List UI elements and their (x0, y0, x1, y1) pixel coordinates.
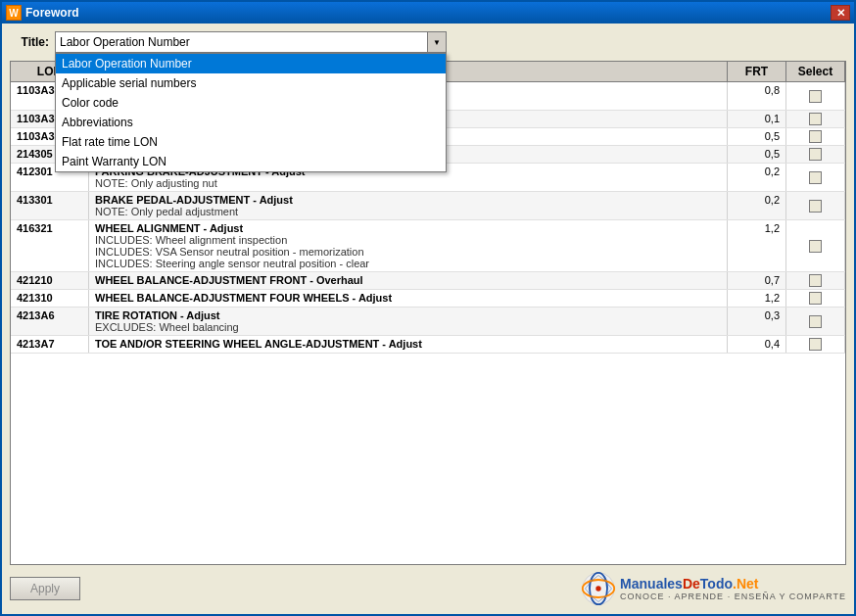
table-row: 421310 WHEEL BALANCE-ADJUSTMENT FOUR WHE… (11, 290, 845, 308)
checkbox[interactable] (809, 90, 822, 103)
table-row: 421210 WHEEL BALANCE-ADJUSTMENT FRONT - … (11, 272, 845, 290)
watermark-text: ManualesDeTodo.Net CONOCE · APRENDE · EN… (620, 576, 846, 601)
cell-lon: 416321 (11, 220, 89, 271)
cell-frt: 0,5 (728, 128, 786, 145)
cell-select (786, 192, 845, 219)
checkbox[interactable] (809, 113, 822, 125)
cell-frt: 0,2 (728, 164, 786, 191)
cell-select (786, 272, 845, 289)
apply-button[interactable]: Apply (10, 577, 80, 600)
cell-lon: 4213A6 (11, 308, 89, 335)
cell-lon: 421310 (11, 290, 89, 307)
window-body: Title: Labor Operation Number ▼ Labor Op… (2, 24, 854, 614)
cell-select (786, 111, 845, 127)
dropdown-item-2[interactable]: Color code (56, 93, 446, 113)
cell-lon: 413301 (11, 192, 89, 219)
watermark: ManualesDeTodo.Net CONOCE · APRENDE · EN… (581, 571, 846, 606)
cell-frt: 0,3 (728, 308, 786, 335)
cell-select (786, 308, 845, 335)
cell-select (786, 336, 845, 353)
checkbox[interactable] (809, 292, 822, 305)
title-select-wrapper: Labor Operation Number ▼ Labor Operation… (55, 31, 447, 53)
cell-frt: 0,8 (728, 82, 786, 110)
title-bar: W Foreword ✕ (2, 2, 854, 24)
cell-frt: 0,2 (728, 192, 786, 219)
main-window: W Foreword ✕ Title: Labor Operation Numb… (0, 0, 856, 616)
close-button[interactable]: ✕ (831, 5, 850, 21)
cell-desc: TIRE ROTATION - Adjust EXCLUDES: Wheel b… (89, 308, 728, 335)
dropdown-item-1[interactable]: Applicable serial numbers (56, 73, 446, 93)
checkbox[interactable] (809, 200, 822, 213)
table-row: 4213A7 TOE AND/OR STEERING WHEEL ANGLE-A… (11, 336, 845, 354)
watermark-main: ManualesDeTodo.Net (620, 576, 846, 592)
dropdown-arrow[interactable]: ▼ (427, 31, 447, 53)
checkbox[interactable] (809, 130, 822, 143)
cell-lon: 421210 (11, 272, 89, 289)
cell-lon: 4213A7 (11, 336, 89, 353)
dropdown-item-4[interactable]: Flat rate time LON (56, 132, 446, 152)
table-row: 413301 BRAKE PEDAL-ADJUSTMENT - Adjust N… (11, 192, 845, 220)
cell-frt: 0,1 (728, 111, 786, 127)
dropdown-item-5[interactable]: Paint Warranty LON (56, 152, 446, 171)
col-header-select: Select (786, 62, 845, 81)
cell-desc: TOE AND/OR STEERING WHEEL ANGLE-ADJUSTME… (89, 336, 728, 353)
cell-frt: 0,5 (728, 146, 786, 163)
cell-select (786, 290, 845, 307)
title-label: Title: (10, 35, 49, 49)
checkbox[interactable] (809, 274, 822, 287)
footer: Apply ManualesDeTodo.Net CONOCE · APREND… (10, 565, 846, 606)
cell-select (786, 220, 845, 271)
svg-point-3 (595, 586, 600, 591)
col-header-frt: FRT (728, 62, 786, 81)
cell-frt: 0,4 (728, 336, 786, 353)
checkbox[interactable] (809, 240, 822, 253)
cell-frt: 1,2 (728, 220, 786, 271)
cell-select (786, 164, 845, 191)
cell-select (786, 82, 845, 110)
dropdown-item-3[interactable]: Abbreviations (56, 113, 446, 132)
cell-frt: 1,2 (728, 290, 786, 307)
selected-value: Labor Operation Number (60, 35, 190, 49)
checkbox[interactable] (809, 148, 822, 161)
checkbox[interactable] (809, 338, 822, 351)
window-title: Foreword (25, 6, 831, 20)
table-row: 416321 WHEEL ALIGNMENT - Adjust INCLUDES… (11, 220, 845, 272)
cell-select (786, 128, 845, 145)
checkbox[interactable] (809, 315, 822, 328)
watermark-sub: CONOCE · APRENDE · ENSEÑA Y COMPARTE (620, 592, 846, 601)
window-icon: W (6, 5, 22, 21)
cell-desc: WHEEL ALIGNMENT - Adjust INCLUDES: Wheel… (89, 220, 728, 271)
cell-desc: WHEEL BALANCE-ADJUSTMENT FOUR WHEELS - A… (89, 290, 728, 307)
table-row: 4213A6 TIRE ROTATION - Adjust EXCLUDES: … (11, 308, 845, 336)
dropdown-list: Labor Operation Number Applicable serial… (55, 53, 447, 172)
watermark-logo (581, 571, 616, 606)
cell-desc: BRAKE PEDAL-ADJUSTMENT - Adjust NOTE: On… (89, 192, 728, 219)
cell-desc: WHEEL BALANCE-ADJUSTMENT FRONT - Overhau… (89, 272, 728, 289)
cell-frt: 0,7 (728, 272, 786, 289)
checkbox[interactable] (809, 171, 822, 184)
title-select-display[interactable]: Labor Operation Number (55, 31, 447, 53)
title-row: Title: Labor Operation Number ▼ Labor Op… (10, 31, 846, 53)
dropdown-item-0[interactable]: Labor Operation Number (56, 54, 446, 73)
cell-select (786, 146, 845, 163)
